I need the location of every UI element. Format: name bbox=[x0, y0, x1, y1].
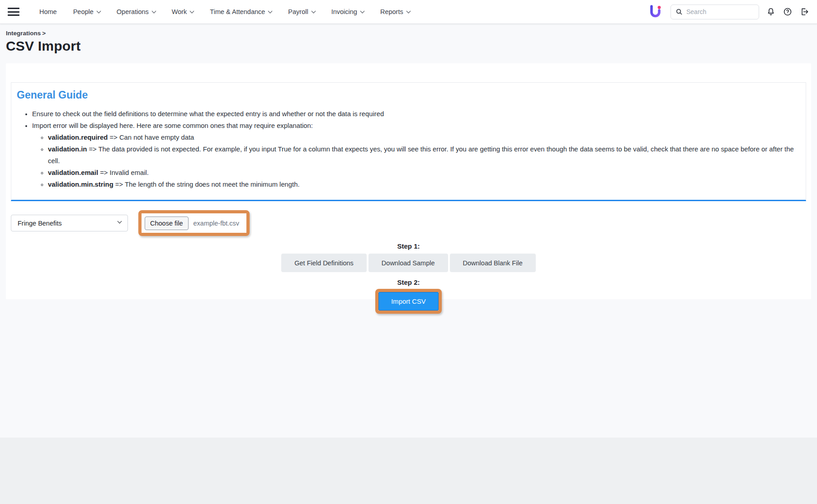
chevron-down-icon bbox=[96, 9, 101, 13]
import-csv-button[interactable]: Import CSV bbox=[378, 292, 438, 311]
navbar-right bbox=[649, 5, 809, 19]
nav-item-work[interactable]: Work bbox=[172, 8, 194, 15]
import-type-select[interactable]: Fringe Benefits bbox=[11, 215, 128, 231]
breadcrumb: Integrations> bbox=[6, 30, 811, 37]
file-input-highlight: Choose file example-fbt.csv bbox=[138, 210, 250, 236]
breadcrumb-link-integrations[interactable]: Integrations bbox=[6, 30, 41, 37]
chevron-down-icon bbox=[190, 9, 194, 13]
page-content: Integrations> CSV Import General Guide E… bbox=[0, 24, 817, 438]
validation-term: validation.required bbox=[48, 134, 108, 141]
import-button-row: Import CSV bbox=[11, 289, 806, 314]
notifications-bell-icon[interactable] bbox=[766, 7, 776, 17]
validation-term: validation.min.string bbox=[48, 181, 113, 188]
chevron-down-icon bbox=[360, 9, 364, 13]
download-sample-button[interactable]: Download Sample bbox=[368, 254, 448, 272]
step2-label: Step 2: bbox=[11, 278, 806, 286]
general-guide-panel: General Guide Ensure to check out the fi… bbox=[11, 82, 806, 201]
file-input[interactable]: Choose file example-fbt.csv bbox=[142, 213, 246, 233]
validation-desc: => The data provided is not expected. Fo… bbox=[48, 146, 794, 165]
nav-item-time-attendance[interactable]: Time & Attendance bbox=[210, 8, 272, 15]
help-icon[interactable] bbox=[783, 7, 793, 17]
guide-bullet-text: Import error will be displayed here. Her… bbox=[32, 122, 313, 129]
guide-bullet: Ensure to check out the field definition… bbox=[32, 108, 800, 120]
chevron-down-icon bbox=[118, 219, 122, 224]
step1-buttons: Get Field Definitions Download Sample Do… bbox=[11, 254, 806, 272]
import-form-row: Fringe Benefits Choose file example-fbt.… bbox=[11, 210, 806, 236]
app-logo bbox=[649, 5, 661, 19]
nav-item-operations[interactable]: Operations bbox=[117, 8, 156, 15]
csv-import-card: General Guide Ensure to check out the fi… bbox=[6, 63, 811, 299]
validation-item: validation.min.string => The length of t… bbox=[48, 179, 800, 190]
step1-label: Step 1: bbox=[11, 242, 806, 250]
nav-item-people[interactable]: People bbox=[73, 8, 100, 15]
nav-item-label: Operations bbox=[117, 8, 149, 15]
choose-file-button[interactable]: Choose file bbox=[145, 217, 189, 230]
search-icon bbox=[675, 8, 683, 15]
top-navbar: Home People Operations Work Time & Atten… bbox=[0, 0, 817, 24]
hamburger-menu-icon[interactable] bbox=[8, 6, 19, 18]
nav-item-reports[interactable]: Reports bbox=[380, 8, 410, 15]
chevron-down-icon bbox=[151, 9, 156, 13]
validation-term: validation.in bbox=[48, 146, 87, 153]
main-nav: Home People Operations Work Time & Atten… bbox=[39, 8, 410, 15]
get-field-definitions-button[interactable]: Get Field Definitions bbox=[281, 254, 367, 272]
nav-item-label: Payroll bbox=[288, 8, 308, 15]
chevron-down-icon bbox=[406, 9, 411, 13]
nav-item-invoicing[interactable]: Invoicing bbox=[331, 8, 364, 15]
validation-item: validation.required => Can not have empt… bbox=[48, 132, 800, 143]
logout-icon[interactable] bbox=[799, 7, 809, 17]
search-input[interactable] bbox=[686, 8, 754, 15]
validation-desc: => The length of the string does not mee… bbox=[115, 181, 300, 188]
chevron-down-icon bbox=[268, 9, 273, 13]
nav-item-label: Reports bbox=[380, 8, 403, 15]
breadcrumb-separator: > bbox=[42, 30, 46, 37]
validation-term: validation.email bbox=[48, 169, 98, 176]
nav-item-label: Invoicing bbox=[331, 8, 357, 15]
validation-desc: => Can not have empty data bbox=[110, 134, 194, 141]
validation-item: validation.email => Invalid email. bbox=[48, 167, 800, 179]
download-blank-file-button[interactable]: Download Blank File bbox=[450, 254, 536, 272]
page-title: CSV Import bbox=[6, 38, 811, 54]
nav-item-home[interactable]: Home bbox=[39, 8, 57, 15]
guide-bullet-list: Ensure to check out the field definition… bbox=[17, 108, 800, 190]
general-guide-title: General Guide bbox=[17, 89, 800, 101]
search-box bbox=[671, 5, 759, 19]
nav-item-label: People bbox=[73, 8, 94, 15]
chevron-down-icon bbox=[311, 9, 316, 13]
validation-desc: => Invalid email. bbox=[100, 169, 149, 176]
validation-list: validation.required => Can not have empt… bbox=[32, 132, 800, 190]
file-name-text: example-fbt.csv bbox=[194, 220, 240, 227]
import-button-highlight: Import CSV bbox=[375, 289, 441, 314]
nav-item-label: Work bbox=[172, 8, 187, 15]
import-type-selected-value: Fringe Benefits bbox=[18, 220, 62, 227]
nav-item-label: Home bbox=[39, 8, 57, 15]
nav-item-payroll[interactable]: Payroll bbox=[288, 8, 315, 15]
guide-bullet: Import error will be displayed here. Her… bbox=[32, 120, 800, 190]
validation-item: validation.in => The data provided is no… bbox=[48, 143, 800, 167]
nav-item-label: Time & Attendance bbox=[210, 8, 265, 15]
